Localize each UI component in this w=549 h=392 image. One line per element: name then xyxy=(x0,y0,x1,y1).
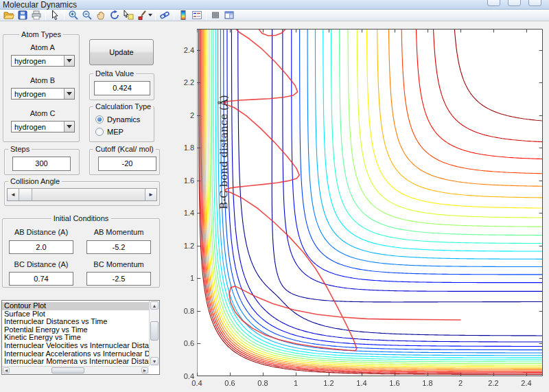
bc-momentum-field[interactable]: -2.5 xyxy=(86,272,151,286)
link-plots-icon[interactable] xyxy=(158,10,172,21)
rotate-3d-icon[interactable] xyxy=(108,10,121,21)
x-tick-label: 0.8 xyxy=(249,379,277,387)
slider-right-arrow[interactable]: ► xyxy=(145,189,156,200)
atom-types-title: Atom Types xyxy=(19,30,63,38)
scroll-right-arrow[interactable]: ► xyxy=(141,367,148,373)
toolbar-separator xyxy=(174,10,174,20)
scroll-left-arrow[interactable]: ◄ xyxy=(3,367,10,373)
scroll-down-arrow[interactable]: ▼ xyxy=(150,357,159,365)
y-tick-label: 0.4 xyxy=(167,372,194,380)
ab-momentum-label: AB Momentum xyxy=(94,228,144,236)
toolbar-separator xyxy=(45,10,46,20)
minimize-button[interactable] xyxy=(487,0,500,6)
y-tick-label: 2 xyxy=(167,111,194,119)
zoom-out-icon[interactable] xyxy=(80,10,94,21)
hide-plot-tools-icon[interactable] xyxy=(209,10,222,21)
y-tick-label: 1 xyxy=(167,274,194,282)
cutoff-title: Cutoff (Kcal/ mol) xyxy=(93,145,156,153)
x-tick-label: 1.2 xyxy=(315,379,342,387)
print-icon[interactable] xyxy=(30,10,43,21)
y-tick-label: 0.8 xyxy=(167,307,194,315)
contour-plot[interactable] xyxy=(197,29,543,376)
radio-unselected-icon[interactable] xyxy=(95,128,104,136)
listbox-items: Contour PlotSurface PlotInternuclear Dis… xyxy=(2,302,149,366)
list-item[interactable]: Internuclear Momenta vs Internuclear Dis… xyxy=(2,358,149,366)
pan-hand-icon[interactable] xyxy=(94,10,108,21)
atom-a-dropdown[interactable]: hydrogen xyxy=(11,55,75,67)
save-icon[interactable] xyxy=(16,10,30,21)
collision-angle-title: Collision Angle xyxy=(8,177,62,185)
cutoff-field[interactable]: -20 xyxy=(98,157,156,171)
radio-mep[interactable]: MEP xyxy=(95,128,124,136)
bc-distance-field[interactable]: 0.74 xyxy=(9,272,73,286)
x-tick-label: 1.8 xyxy=(414,379,441,387)
atom-a-value: hydrogen xyxy=(14,57,46,65)
horizontal-scrollbar[interactable]: ◄ ► xyxy=(2,366,149,374)
data-cursor-icon[interactable] xyxy=(121,10,135,21)
atom-b-label: Atom B xyxy=(30,76,55,84)
chevron-down-icon[interactable] xyxy=(64,56,74,66)
close-button[interactable] xyxy=(528,0,541,6)
x-tick-label: 1 xyxy=(282,379,309,387)
cursor-arrow-icon[interactable] xyxy=(48,10,62,21)
calculation-type-panel: Calculation Type xyxy=(89,106,154,142)
x-tick-label: 0.6 xyxy=(216,379,244,387)
brush-dropdown-caret[interactable] xyxy=(148,14,152,16)
brush-data-icon[interactable] xyxy=(135,10,153,21)
y-tick-label: 1.2 xyxy=(167,242,194,250)
delta-value-title: Delta Value xyxy=(93,69,136,78)
horizontal-scroll-thumb[interactable] xyxy=(51,367,84,373)
insert-colorbar-icon[interactable] xyxy=(176,10,190,21)
toolbar-separator xyxy=(155,10,156,20)
open-file-icon[interactable] xyxy=(2,10,16,21)
zoom-in-icon[interactable] xyxy=(67,10,80,21)
figure-toolbar xyxy=(0,10,549,21)
list-item[interactable]: Contour Plot xyxy=(2,302,149,310)
collision-angle-slider[interactable]: ◄ ► xyxy=(7,188,157,201)
atom-c-label: Atom C xyxy=(30,109,56,117)
vertical-scroll-thumb[interactable] xyxy=(150,321,159,341)
chevron-down-icon[interactable] xyxy=(64,89,74,99)
ab-distance-field[interactable]: 2.0 xyxy=(9,240,73,254)
slider-thumb[interactable] xyxy=(20,189,32,200)
insert-legend-icon[interactable] xyxy=(190,10,204,21)
list-item[interactable]: Internuclear Velocities vs Internuclear … xyxy=(2,342,149,350)
atom-c-dropdown[interactable]: hydrogen xyxy=(11,121,75,132)
y-tick-label: 2.2 xyxy=(167,78,194,87)
ab-momentum-field[interactable]: -5.2 xyxy=(86,240,151,254)
y-tick-label: 2.4 xyxy=(167,46,194,54)
y-tick-label: 1.4 xyxy=(167,209,194,217)
radio-dynamics-label: Dynamics xyxy=(107,115,140,124)
steps-title: Steps xyxy=(8,145,32,153)
y-tick-label: 1.8 xyxy=(167,143,194,152)
plot-type-listbox[interactable]: Contour PlotSurface PlotInternuclear Dis… xyxy=(1,300,160,375)
radio-dynamics[interactable]: Dynamics xyxy=(95,115,140,124)
atom-b-dropdown[interactable]: hydrogen xyxy=(11,88,75,100)
chevron-down-icon[interactable] xyxy=(64,122,74,132)
vertical-scrollbar[interactable]: ▲ ▼ xyxy=(149,301,159,366)
initial-conditions-title: Initial Conditions xyxy=(51,214,111,222)
update-button[interactable]: Update xyxy=(89,39,154,65)
bc-momentum-label: BC Momentum xyxy=(93,260,143,268)
x-tick-label: 2.2 xyxy=(480,379,507,387)
steps-field[interactable]: 300 xyxy=(12,157,71,171)
x-tick-label: 1.4 xyxy=(348,379,375,387)
toolbar-separator xyxy=(64,10,65,20)
scroll-up-arrow[interactable]: ▲ xyxy=(150,301,159,310)
show-plot-tools-icon[interactable] xyxy=(222,10,236,21)
window-title: Molecular Dynamics xyxy=(3,0,77,10)
title-bar: Molecular Dynamics xyxy=(0,0,549,10)
calculation-type-title: Calculation Type xyxy=(93,102,153,111)
delta-value-field[interactable]: 0.424 xyxy=(94,81,150,95)
x-tick-label: 2 xyxy=(447,379,474,387)
slider-left-arrow[interactable]: ◄ xyxy=(8,189,19,200)
y-tick-label: 1.6 xyxy=(167,176,194,185)
maximize-button[interactable] xyxy=(508,0,521,6)
toolbar-separator xyxy=(206,10,207,20)
atom-a-label: Atom A xyxy=(30,43,54,51)
y-tick-label: 0.6 xyxy=(167,339,194,347)
atom-b-value: hydrogen xyxy=(14,90,46,98)
bc-distance-label: BC Distance (A) xyxy=(14,260,69,268)
x-tick-label: 1.6 xyxy=(381,379,408,387)
radio-selected-icon[interactable] xyxy=(95,115,104,124)
